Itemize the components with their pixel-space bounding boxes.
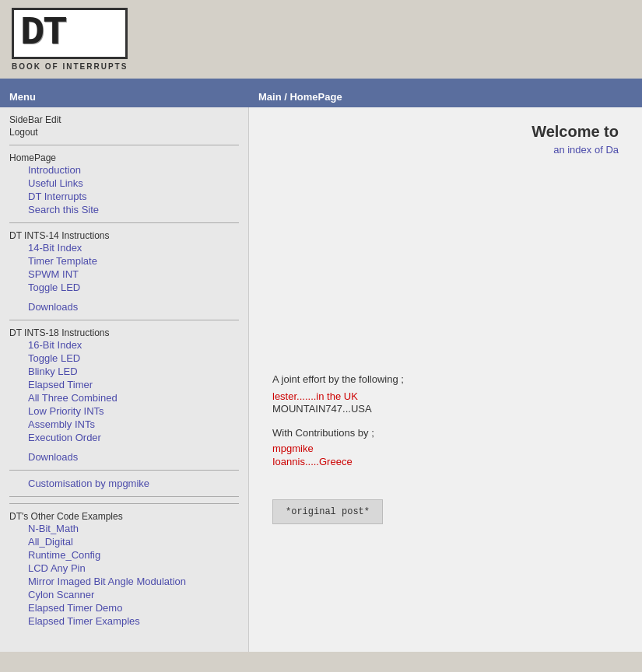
- search-link[interactable]: Search this Site: [28, 203, 239, 216]
- dt18-downloads-link[interactable]: Downloads: [28, 450, 239, 464]
- divider-4: [9, 470, 239, 471]
- other-section: DT's Other Code Examples N-Bit_Math All_…: [9, 510, 239, 628]
- dt14-items: 14-Bit Index Timer Template SPWM INT Tog…: [9, 241, 239, 294]
- with-contributions: With Contributions by ;: [272, 427, 619, 439]
- welcome-sub: an index of Da: [272, 144, 619, 156]
- logout-link[interactable]: Logout: [9, 126, 239, 138]
- mountain-text: MOUNTAIN747...USA: [272, 403, 619, 415]
- nav-bar: [0, 79, 642, 86]
- sidebar-edit-link[interactable]: SideBar Edit: [9, 114, 239, 126]
- welcome-title-text: Welcome to: [531, 123, 619, 140]
- homepage-title: HomePage: [9, 152, 56, 163]
- admin-links: SideBar Edit Logout: [9, 114, 239, 138]
- low-priority-ints-link[interactable]: Low Priority INTs: [28, 404, 239, 418]
- lcd-any-pin-link[interactable]: LCD Any Pin: [28, 562, 239, 575]
- divider-5: [9, 496, 239, 497]
- content-area: Welcome to an index of Da A joint effort…: [249, 107, 642, 652]
- cylon-scanner-link[interactable]: Cylon Scanner: [28, 588, 239, 601]
- nbit-math-link[interactable]: N-Bit_Math: [28, 522, 239, 535]
- logo-text: DT: [12, 8, 128, 59]
- logo-subtitle: BOOK OF INTERRUPTS: [12, 62, 128, 71]
- useful-links-link[interactable]: Useful Links: [28, 177, 239, 190]
- lester-link[interactable]: lester.......in the UK: [272, 390, 619, 403]
- all-digital-link[interactable]: All_Digital: [28, 535, 239, 548]
- all-three-combined-link[interactable]: All Three Combined: [28, 391, 239, 404]
- intro-link[interactable]: Introduction: [28, 163, 239, 177]
- dt18-title: DT INTS-18 Instructions: [9, 327, 109, 338]
- customisation-section: Customisation by mpgmike: [9, 477, 239, 490]
- toggle-led-18-link[interactable]: Toggle LED: [28, 352, 239, 365]
- divider-2: [9, 222, 239, 223]
- other-items: N-Bit_Math All_Digital Runtime_Config LC…: [9, 522, 239, 628]
- content-body: Welcome to an index of Da A joint effort…: [249, 107, 642, 540]
- toggle-led-14-link[interactable]: Toggle LED: [28, 281, 239, 294]
- elapsed-timer-demo-link[interactable]: Elapsed Timer Demo: [28, 601, 239, 614]
- welcome-sub-text: an index of Da: [553, 144, 619, 156]
- original-post-area: *original post*: [272, 484, 619, 524]
- dt18-downloads: Downloads: [9, 450, 239, 464]
- main-layout: SideBar Edit Logout HomePage Introductio…: [0, 107, 642, 652]
- execution-order-link[interactable]: Execution Order: [28, 431, 239, 444]
- homepage-items: Introduction Useful Links DT Interrupts …: [9, 163, 239, 216]
- assembly-ints-link[interactable]: Assembly INTs: [28, 418, 239, 431]
- customisation-link[interactable]: Customisation by mpgmike: [28, 477, 239, 490]
- logo-area: DT BOOK OF INTERRUPTS: [0, 0, 642, 79]
- elapsed-timer-link[interactable]: Elapsed Timer: [28, 378, 239, 391]
- mirror-imaged-link[interactable]: Mirror Imaged Bit Angle Modulation: [28, 575, 239, 588]
- other-title: DT's Other Code Examples: [9, 511, 123, 522]
- logo-block: DT BOOK OF INTERRUPTS: [12, 8, 128, 71]
- original-post-box: *original post*: [272, 499, 383, 524]
- content-header: Main / HomePage: [249, 86, 642, 107]
- blinky-led-link[interactable]: Blinky LED: [28, 365, 239, 378]
- dt-interrupts-link[interactable]: DT Interrupts: [28, 190, 239, 203]
- divider-6: [9, 503, 239, 504]
- dt14-title: DT INTS-14 Instructions: [9, 230, 109, 241]
- spwm-int-link[interactable]: SPWM INT: [28, 268, 239, 281]
- dt14-downloads: Downloads: [9, 300, 239, 313]
- homepage-section: HomePage Introduction Useful Links DT In…: [9, 152, 239, 216]
- header-row: Menu Main / HomePage: [0, 86, 642, 107]
- sidebar-header: Menu: [0, 86, 249, 107]
- 16bit-index-link[interactable]: 16-Bit Index: [28, 338, 239, 352]
- divider-3: [9, 320, 239, 320]
- sidebar-body: SideBar Edit Logout HomePage Introductio…: [0, 107, 248, 634]
- mpgmike-link[interactable]: mpgmike: [272, 442, 619, 455]
- divider-1: [9, 145, 239, 145]
- dt18-items: 16-Bit Index Toggle LED Blinky LED Elaps…: [9, 338, 239, 444]
- sidebar: SideBar Edit Logout HomePage Introductio…: [0, 107, 249, 652]
- 14bit-index-link[interactable]: 14-Bit Index: [28, 241, 239, 254]
- dt14-downloads-link[interactable]: Downloads: [28, 300, 239, 313]
- da-link: Da: [605, 144, 619, 156]
- joint-effort: A joint effort by the following ;: [272, 373, 619, 385]
- dt18-section: DT INTS-18 Instructions 16-Bit Index Tog…: [9, 327, 239, 464]
- timer-template-link[interactable]: Timer Template: [28, 254, 239, 268]
- dt14-section: DT INTS-14 Instructions 14-Bit Index Tim…: [9, 229, 239, 313]
- runtime-config-link[interactable]: Runtime_Config: [28, 548, 239, 562]
- ioannis-link[interactable]: Ioannis.....Greece: [272, 455, 619, 468]
- welcome-title: Welcome to: [272, 123, 619, 141]
- elapsed-timer-examples-link[interactable]: Elapsed Timer Examples: [28, 614, 239, 628]
